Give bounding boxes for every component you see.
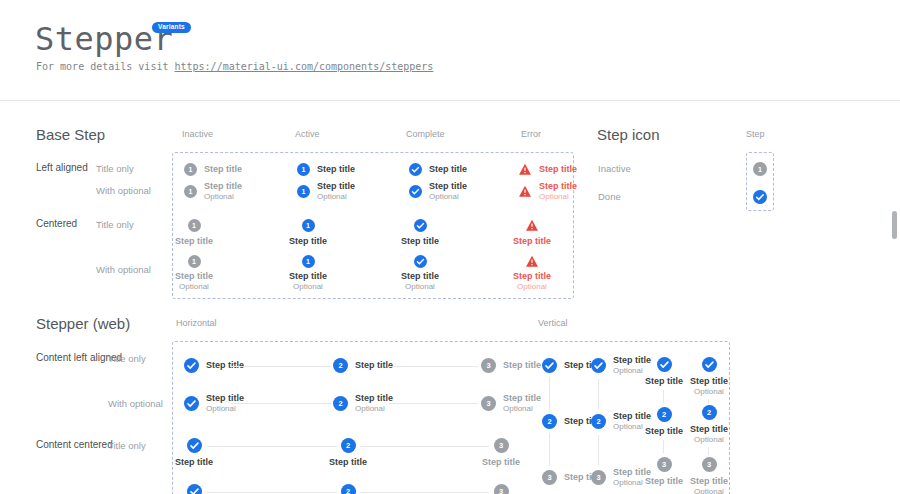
step-number-icon: 2 xyxy=(333,396,348,411)
step-optional-label: Optional xyxy=(206,404,244,414)
step-title: Step title xyxy=(429,164,467,175)
step-optional-label: Optional xyxy=(429,192,467,202)
step: Step title xyxy=(409,163,467,176)
row-label-content-centered: Content centered xyxy=(36,439,113,450)
section-heading-base-step: Base Step xyxy=(36,126,105,143)
step-connector xyxy=(663,440,664,453)
step: 1 Step title Optional xyxy=(154,255,234,292)
step-title: Step title xyxy=(317,181,355,192)
step-number-icon: 3 xyxy=(494,484,509,494)
step-optional-label: Optional xyxy=(204,192,242,202)
docs-link[interactable]: https://material-ui.com/components/stepp… xyxy=(174,61,433,72)
completed-step-icon xyxy=(702,357,717,372)
step-optional-label: Optional xyxy=(690,387,728,397)
completed-step-icon xyxy=(591,358,606,373)
step-title: Step title xyxy=(513,236,551,247)
step-number-icon: 3 xyxy=(481,396,496,411)
column-header-step: Step xyxy=(746,129,765,139)
stepper-spec-page: Stepper Variants For more details visit … xyxy=(0,0,900,494)
step-number-icon: 2 xyxy=(333,358,348,373)
step: Step title xyxy=(492,219,572,247)
completed-step-icon xyxy=(409,163,422,176)
column-header-active: Active xyxy=(295,129,320,139)
subtitle: For more details visit https://material-… xyxy=(36,61,433,72)
step: 3 Step title xyxy=(461,484,541,494)
step-title: Step title xyxy=(539,181,577,192)
step-title: Step title xyxy=(401,236,439,247)
step: 3 Step title xyxy=(481,358,541,373)
error-step-icon xyxy=(518,185,532,198)
scrollbar-thumb[interactable] xyxy=(892,211,897,239)
step: Step title Optional xyxy=(492,255,572,292)
step: 3 Step title xyxy=(461,438,541,468)
step-connector xyxy=(708,399,709,404)
step-connector xyxy=(389,366,478,367)
step-number-icon: 3 xyxy=(702,457,717,472)
step-number-icon: 3 xyxy=(591,470,606,485)
state-label-inactive: Inactive xyxy=(598,163,631,174)
step-connector xyxy=(549,433,550,466)
variant-label-with-optional: With optional xyxy=(96,185,151,196)
step-optional-label: Optional xyxy=(289,282,327,292)
completed-step-icon xyxy=(414,219,427,232)
error-step-icon xyxy=(525,255,539,268)
divider xyxy=(0,100,900,101)
step-connector xyxy=(231,403,331,404)
error-step-icon xyxy=(525,219,539,232)
step-optional-label: Optional xyxy=(317,192,355,202)
step-number-icon: 1 xyxy=(297,163,310,176)
step-connector xyxy=(231,366,331,367)
step-title: Step title xyxy=(690,376,728,387)
completed-step-icon xyxy=(542,358,557,373)
step: 1 Step title xyxy=(268,219,348,247)
step-title: Step title xyxy=(690,424,728,435)
step-optional-label: Optional xyxy=(539,192,577,202)
completed-step-icon xyxy=(187,484,202,494)
step: 1 Step title xyxy=(297,163,355,176)
row-label-centered: Centered xyxy=(36,218,77,229)
step-number-icon: 1 xyxy=(297,185,310,198)
completed-step-icon xyxy=(187,438,202,453)
base-step-specimen-box: 1 Step title 1 Step title Step title Ste… xyxy=(172,152,574,299)
completed-step-icon xyxy=(409,185,422,198)
step-title: Step title xyxy=(317,164,355,175)
variant-label-title-only: Title only xyxy=(96,163,134,174)
variant-label-title-only: Title only xyxy=(108,353,146,364)
subtitle-text: For more details visit xyxy=(36,61,174,72)
variants-badge: Variants xyxy=(152,22,191,33)
step-number-icon: 3 xyxy=(494,438,509,453)
stepper-web-specimen-box: Step title 2 Step title 3 Step title Ste… xyxy=(172,341,730,494)
step: 1 Step title xyxy=(154,219,234,247)
variant-label-with-optional: With optional xyxy=(108,398,163,409)
step-optional-label: Optional xyxy=(175,282,213,292)
step-connector xyxy=(598,379,599,409)
step: Step title xyxy=(380,219,460,247)
step-number-icon: 1 xyxy=(188,255,201,268)
step-number-icon: 1 xyxy=(184,163,197,176)
step-optional-label: Optional xyxy=(690,487,728,494)
step-number-icon: 1 xyxy=(184,185,197,198)
step-optional-label: Optional xyxy=(690,435,728,445)
step-title: Step title xyxy=(204,181,242,192)
step-title: Step title xyxy=(539,164,577,175)
step-number-icon: 1 xyxy=(302,219,315,232)
step: Step title xyxy=(154,438,234,468)
step-title: Step title xyxy=(355,360,393,371)
step: 1 Step title Optional xyxy=(268,255,348,292)
step-number-icon: 2 xyxy=(702,405,717,420)
step-optional-label: Optional xyxy=(355,404,393,414)
step-number-icon: 1 xyxy=(753,162,767,176)
step-connector xyxy=(549,377,550,410)
step-title: Step title xyxy=(482,457,520,468)
step-icon-specimen-box: 1 xyxy=(746,152,774,211)
column-header-complete: Complete xyxy=(406,129,445,139)
step-title: Step title xyxy=(513,271,551,282)
completed-step-icon xyxy=(753,190,767,204)
step-optional-label: Optional xyxy=(503,404,541,414)
step: Step title Optional xyxy=(669,357,749,397)
completed-step-icon xyxy=(184,358,199,373)
step-title: Step title xyxy=(429,181,467,192)
step-number-icon: 1 xyxy=(302,255,315,268)
step: 3 Step title Optional xyxy=(669,457,749,494)
step-number-icon: 2 xyxy=(591,414,606,429)
